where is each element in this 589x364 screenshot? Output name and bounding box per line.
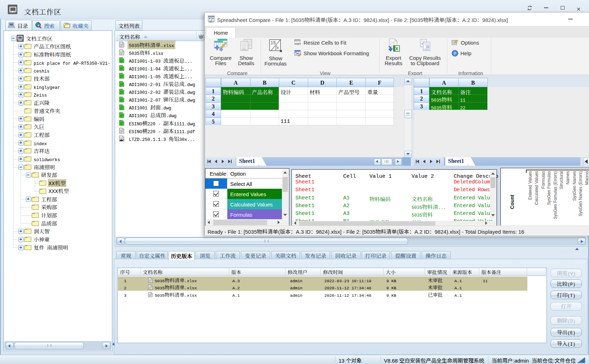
svg-text:15: 15 xyxy=(271,40,276,45)
svg-text:fx: fx xyxy=(275,45,279,50)
svg-text:?: ? xyxy=(454,51,456,56)
svg-text:X: X xyxy=(395,46,398,51)
